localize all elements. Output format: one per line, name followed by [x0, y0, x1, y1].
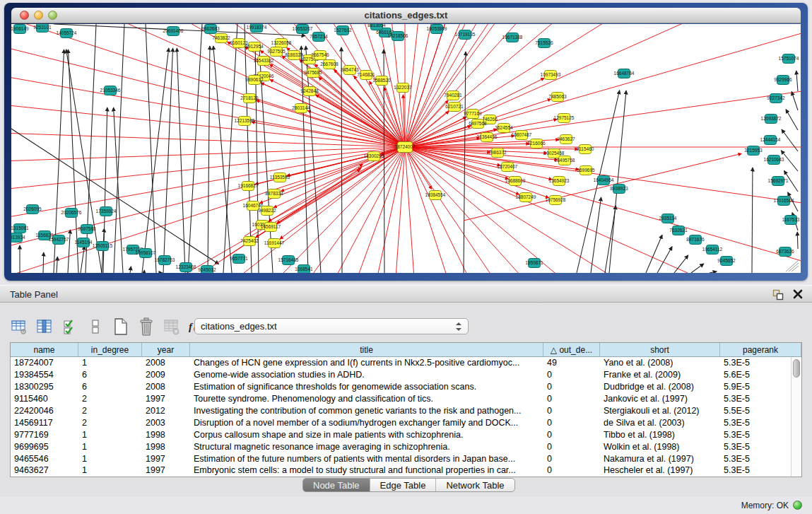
- graph-node[interactable]: 15942757: [49, 235, 69, 245]
- graph-node[interactable]: 16648784: [614, 69, 635, 78]
- table-cell[interactable]: Structural magnetic resonance image aver…: [190, 442, 543, 452]
- table-cell[interactable]: 5.3E-5: [720, 430, 791, 440]
- table-cell[interactable]: 6: [78, 370, 142, 380]
- graph-node[interactable]: 7632621: [669, 226, 688, 235]
- graph-node[interactable]: 9245652: [717, 257, 736, 266]
- table-cell[interactable]: 18300295: [11, 382, 78, 392]
- graph-node[interactable]: 13226058: [271, 39, 292, 48]
- graph-node[interactable]: 9115460: [577, 145, 594, 154]
- table-row[interactable]: 1872400712008Changes of HCN gene express…: [11, 357, 791, 369]
- graph-node[interactable]: 7857234: [310, 33, 328, 42]
- table-cell[interactable]: 0: [543, 394, 600, 404]
- table-cell[interactable]: 5.3E-5: [720, 358, 791, 368]
- table-cell[interactable]: Corpus callosum shape and size in male p…: [190, 430, 543, 440]
- table-cell[interactable]: Jankovic et al. (1997): [600, 394, 720, 404]
- table-cell[interactable]: Changes of HCN gene expression and I(f) …: [190, 358, 543, 368]
- column-header-in_degree[interactable]: in_degree: [78, 343, 142, 356]
- table-row[interactable]: 1456911722003Disruption of a novel membe…: [11, 416, 791, 428]
- table-cell[interactable]: 5.3E-5: [720, 442, 791, 452]
- table-cell[interactable]: 2: [78, 418, 142, 428]
- graph-node[interactable]: 1906149: [11, 25, 29, 34]
- table-cell[interactable]: 49: [543, 358, 600, 368]
- graph-node[interactable]: 15692971: [768, 177, 789, 186]
- column-header-title[interactable]: title: [190, 343, 543, 356]
- graph-node[interactable]: 7940281: [444, 91, 462, 100]
- graph-node[interactable]: 5913934: [11, 233, 25, 243]
- graph-node[interactable]: 21364436: [477, 133, 498, 142]
- table-cell[interactable]: 0: [543, 430, 600, 440]
- graph-node[interactable]: 1315081: [11, 224, 29, 233]
- graph-node[interactable]: 9329966: [774, 76, 792, 85]
- table-cell[interactable]: 5.9E-5: [720, 382, 791, 392]
- graph-node[interactable]: 9227342: [767, 94, 785, 103]
- table-row[interactable]: 977716911998Corpus callosum shape and si…: [11, 428, 791, 440]
- graph-node[interactable]: 10654112: [702, 245, 723, 255]
- window-titlebar[interactable]: citations_edges.txt: [11, 8, 801, 23]
- table-cell[interactable]: 9465546: [11, 454, 78, 464]
- table-cell[interactable]: 2009: [142, 370, 190, 380]
- graph-node[interactable]: 7515526: [535, 39, 553, 48]
- graph-node[interactable]: 9498222: [258, 206, 276, 216]
- graph-node[interactable]: 3624554: [495, 124, 513, 133]
- graph-node[interactable]: 16210643: [764, 156, 784, 165]
- graph-node[interactable]: 11353593: [270, 173, 290, 182]
- graph-node[interactable]: 16543382: [254, 57, 274, 66]
- table-cell[interactable]: 1: [78, 358, 142, 368]
- table-cell[interactable]: 1998: [142, 442, 190, 452]
- table-cell[interactable]: 9463627: [11, 465, 78, 475]
- table-cell[interactable]: 1: [78, 454, 142, 464]
- citation-network-graph[interactable]: 1872400719061499253101140557242069140698…: [11, 24, 801, 273]
- table-cell[interactable]: 5.5E-5: [720, 406, 791, 416]
- graph-node[interactable]: 7425402: [240, 237, 259, 246]
- graph-node[interactable]: 9245012: [198, 266, 216, 274]
- table-cell[interactable]: 2012: [142, 406, 190, 416]
- table-cell[interactable]: 0: [543, 418, 600, 428]
- table-cell[interactable]: 2003: [142, 418, 190, 428]
- table-cell[interactable]: Dudbridge et al. (2008): [600, 382, 720, 392]
- graph-node[interactable]: 12093872: [761, 115, 782, 124]
- graph-node[interactable]: 14055724: [57, 29, 77, 38]
- graph-node[interactable]: 6873626: [776, 247, 794, 257]
- table-cell[interactable]: 1: [78, 465, 142, 475]
- graph-node[interactable]: 12444154: [760, 136, 781, 145]
- graph-node[interactable]: 7986372: [488, 148, 507, 158]
- column-header-out_de[interactable]: △ out_de...: [543, 343, 600, 356]
- table-cell[interactable]: Yano et al. (2008): [600, 358, 720, 368]
- table-cell[interactable]: 5.6E-5: [720, 370, 791, 380]
- graph-node[interactable]: 9862683: [201, 25, 220, 34]
- table-cell[interactable]: 5.3E-5: [720, 418, 791, 428]
- table-cell[interactable]: 0: [543, 442, 600, 452]
- table-cell[interactable]: 0: [543, 406, 600, 416]
- graph-node[interactable]: 2935114: [659, 214, 677, 223]
- table-cell[interactable]: Hescheler et al. (1997): [600, 465, 720, 475]
- graph-node[interactable]: 12213598: [235, 117, 255, 126]
- table-cell[interactable]: Disruption of a novel member of a sodium…: [190, 418, 543, 428]
- graph-node[interactable]: 16404954: [594, 176, 614, 185]
- table-cell[interactable]: 5.3E-5: [720, 394, 791, 404]
- table-cell[interactable]: 22420046: [11, 406, 78, 416]
- graph-node[interactable]: 16671388: [502, 33, 523, 42]
- graph-node[interactable]: 7463822: [212, 34, 230, 43]
- graph-node[interactable]: 18495758: [555, 156, 575, 165]
- table-cell[interactable]: 18724007: [11, 358, 78, 368]
- table-cell[interactable]: Embryonic stem cells: a model to study s…: [190, 465, 543, 475]
- table-cell[interactable]: 9699695: [11, 442, 78, 452]
- table-dropdown[interactable]: citations_edges.txt: [194, 318, 469, 334]
- table-row[interactable]: 1938455462009Genome-wide association stu…: [11, 369, 791, 381]
- graph-node[interactable]: 13505115: [93, 242, 113, 251]
- float-panel-icon[interactable]: [772, 289, 784, 300]
- graph-node[interactable]: 10688609: [505, 177, 526, 186]
- graph-node[interactable]: 12323468: [176, 263, 196, 272]
- graph-node[interactable]: 18724007: [395, 142, 416, 153]
- column-header-pagerank[interactable]: pagerank: [720, 343, 801, 356]
- delete-table-button[interactable]: [137, 317, 155, 337]
- graph-node[interactable]: 15716485: [278, 256, 299, 265]
- table-cell[interactable]: 5.3E-5: [720, 454, 791, 464]
- column-header-short[interactable]: short: [600, 343, 720, 356]
- table-cell[interactable]: Genome-wide association studies in ADHD.: [190, 370, 543, 380]
- graph-node[interactable]: 3215953: [744, 146, 763, 156]
- table-row[interactable]: 911546021997Tourette syndrome. Phenomeno…: [11, 393, 791, 405]
- graph-node[interactable]: 1068541: [295, 265, 313, 274]
- graph-node[interactable]: 18720407: [498, 163, 518, 172]
- graph-node[interactable]: 8938923: [610, 185, 628, 194]
